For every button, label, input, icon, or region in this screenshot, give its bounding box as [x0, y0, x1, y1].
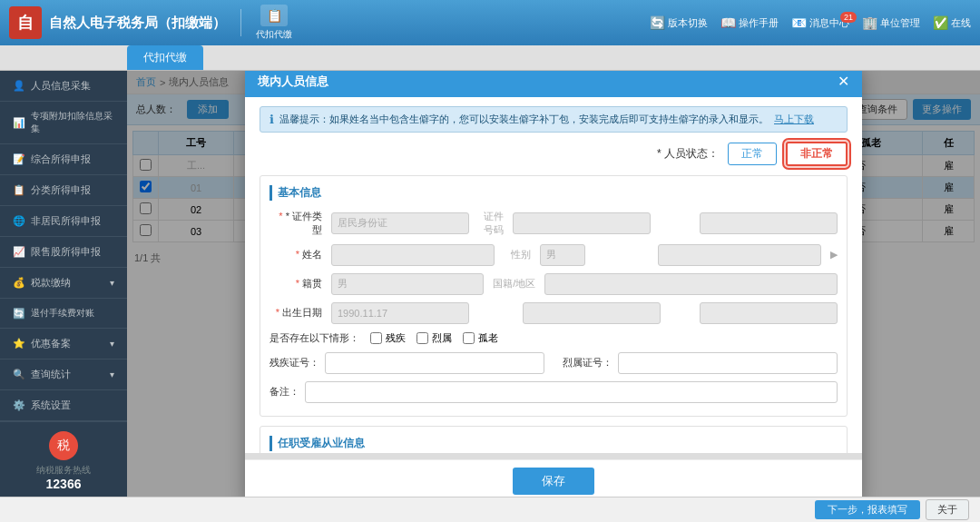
name-input[interactable] — [331, 244, 495, 266]
name-label: * 姓名 — [270, 248, 322, 261]
alert-link[interactable]: 马上下载 — [774, 113, 814, 126]
disabled-checkbox[interactable] — [370, 332, 382, 344]
status-normal-button[interactable]: 正常 — [728, 143, 777, 165]
next-step-button[interactable]: 下一步，报表填写 — [815, 500, 920, 519]
birth-date-input[interactable] — [331, 302, 469, 324]
top-bar: 自 自然人电子税务局（扣缴端） 📋 代扣代缴 🔄 版本切换 📖 操作手册 📧 消… — [0, 0, 980, 45]
cert-type-label: * * 证件类型 — [270, 210, 322, 237]
person-status-row: * 人员状态： 正常 非正常 — [260, 142, 848, 166]
sidebar-item-special[interactable]: 📊 专项附加扣除信息采集 — [0, 102, 127, 144]
modal: 境内人员信息 ✕ ℹ 温馨提示：如果姓名当中包含生僻字的，您可以安装生僻字补丁包… — [245, 71, 862, 497]
query-icon: 🔍 — [13, 369, 25, 380]
martyr-checkbox[interactable] — [416, 332, 428, 344]
modal-close-button[interactable]: ✕ — [838, 74, 849, 89]
hotline-number: 12366 — [9, 477, 118, 491]
extra-field-1[interactable] — [658, 244, 821, 266]
manual-btn[interactable]: 📖 操作手册 — [720, 15, 779, 30]
remark-input[interactable] — [305, 381, 838, 403]
cert-type-input[interactable] — [331, 212, 469, 234]
comprehensive-icon: 📝 — [13, 153, 25, 165]
nav-daikouduijie[interactable]: 📋 代扣代缴 — [256, 5, 292, 41]
status-label: * 人员状态： — [657, 146, 719, 162]
bottom-bar: 下一步，报表填写 关于 — [0, 497, 980, 522]
country-input[interactable] — [544, 273, 838, 295]
tax-icon: 💰 — [13, 277, 25, 289]
status-abnormal-button[interactable]: 非正常 — [786, 142, 848, 166]
employment-title: 任职受雇从业信息 — [270, 436, 838, 451]
app-logo: 自 — [9, 6, 42, 39]
disabled-cert-input[interactable] — [325, 352, 544, 374]
situation-label: 是否存在以下情形： — [270, 331, 359, 345]
nonresident-icon: 🌐 — [13, 215, 25, 227]
sidebar-item-settings[interactable]: ⚙️ 系统设置 — [0, 390, 127, 421]
sidebar-item-limited[interactable]: 📈 限售股所得申报 — [0, 237, 127, 268]
modal-header: 境内人员信息 ✕ — [245, 71, 862, 97]
sidebar-item-preferential[interactable]: ⭐ 优惠备案 ▾ — [0, 329, 127, 359]
disabled-checkbox-label[interactable]: 残疾 — [370, 331, 406, 345]
message-badge: 21 — [840, 12, 857, 23]
sidebar-item-tax[interactable]: 💰 税款缴纳 ▾ — [0, 268, 127, 299]
classified-icon: 📋 — [13, 184, 25, 196]
sidebar-item-comprehensive[interactable]: 📝 综合所得申报 — [0, 144, 127, 175]
unit-mgmt-btn[interactable]: 🏢 单位管理 — [862, 15, 920, 30]
sidebar-item-nonresident[interactable]: 🌐 非居民所得申报 — [0, 206, 127, 237]
personnel-icon: 👤 — [13, 80, 25, 92]
martyr-cert-label: 烈属证号： — [563, 356, 612, 369]
content-area: 首页 > 境内人员信息 总人数： 添加 展开查询条件 更多操作 工号 姓名 — [127, 71, 980, 497]
alert-text: 温馨提示：如果姓名当中包含生僻字的，您可以安装生僻字补丁包，安装完成后即可支持生… — [279, 113, 769, 126]
message-center-btn[interactable]: 📧 消息中心 21 — [791, 15, 849, 30]
tab-bar: 代扣代缴 — [0, 45, 980, 71]
hotline-label: 纳税服务热线 — [9, 464, 118, 477]
orphan-checkbox[interactable] — [463, 332, 475, 344]
martyr-cert-input[interactable] — [618, 352, 838, 374]
gender-label-text: 性别 — [504, 248, 531, 261]
modal-body: ℹ 温馨提示：如果姓名当中包含生僻字的，您可以安装生僻字补丁包，安装完成后即可支… — [245, 97, 862, 454]
cert-no-input[interactable] — [513, 212, 651, 234]
special-icon: 📊 — [13, 117, 25, 129]
employment-section: 任职受雇从业信息 任职受雇从业类型 雇员 ▾ * * 任职受雇从业日期 — [260, 426, 848, 454]
save-button[interactable]: 保存 — [513, 468, 594, 495]
modal-overlay: 境内人员信息 ✕ ℹ 温馨提示：如果姓名当中包含生僻字的，您可以安装生僻字补丁包… — [127, 71, 980, 497]
sidebar-item-query[interactable]: 🔍 查询统计 ▾ — [0, 359, 127, 390]
birth-extra-1[interactable] — [523, 302, 661, 324]
cert-no-extra[interactable] — [700, 212, 838, 234]
modal-title: 境内人员信息 — [258, 74, 328, 90]
birth-date-label: * 出生日期 — [270, 306, 322, 320]
refund-icon: 🔄 — [13, 308, 25, 320]
preferential-icon: ⭐ — [13, 338, 25, 350]
birth-extra-2[interactable] — [700, 302, 838, 324]
limited-icon: 📈 — [13, 246, 25, 258]
modal-alert: ℹ 温馨提示：如果姓名当中包含生僻字的，您可以安装生僻字补丁包，安装完成后即可支… — [260, 106, 848, 133]
online-btn[interactable]: ✅ 在线 — [933, 15, 971, 30]
gender-input[interactable] — [540, 244, 585, 266]
arrow-icon-1: ▶ — [830, 249, 838, 261]
sidebar-item-refund[interactable]: 🔄 退付手续费对账 — [0, 299, 127, 329]
sidebar-item-classified[interactable]: 📋 分类所得申报 — [0, 175, 127, 206]
basic-info-section: 基本信息 * * 证件类型 证件号码 * 姓名 — [260, 175, 848, 417]
version-switch[interactable]: 🔄 版本切换 — [650, 15, 708, 30]
sidebar-item-personnel[interactable]: 👤 人员信息采集 — [0, 71, 127, 102]
info-icon: ℹ — [270, 113, 274, 126]
martyr-checkbox-label[interactable]: 烈属 — [416, 331, 452, 345]
disabled-cert-label: 残疾证号： — [270, 356, 319, 369]
settings-icon: ⚙️ — [13, 399, 25, 411]
remark-label: 备注： — [270, 385, 299, 399]
modal-footer: 保存 — [245, 459, 862, 497]
app-title: 自然人电子税务局（扣缴端） — [49, 15, 226, 32]
basic-info-title: 基本信息 — [270, 185, 838, 201]
nationality-input[interactable] — [331, 273, 484, 295]
orphan-checkbox-label[interactable]: 孤老 — [463, 331, 498, 345]
nationality-label: * 籍贯 — [270, 277, 322, 291]
close-button[interactable]: 关于 — [926, 499, 969, 520]
tab-daikouduijie[interactable]: 代扣代缴 — [127, 45, 203, 70]
sidebar: 👤 人员信息采集 📊 专项附加扣除信息采集 📝 综合所得申报 📋 分类所得申报 … — [0, 71, 127, 497]
